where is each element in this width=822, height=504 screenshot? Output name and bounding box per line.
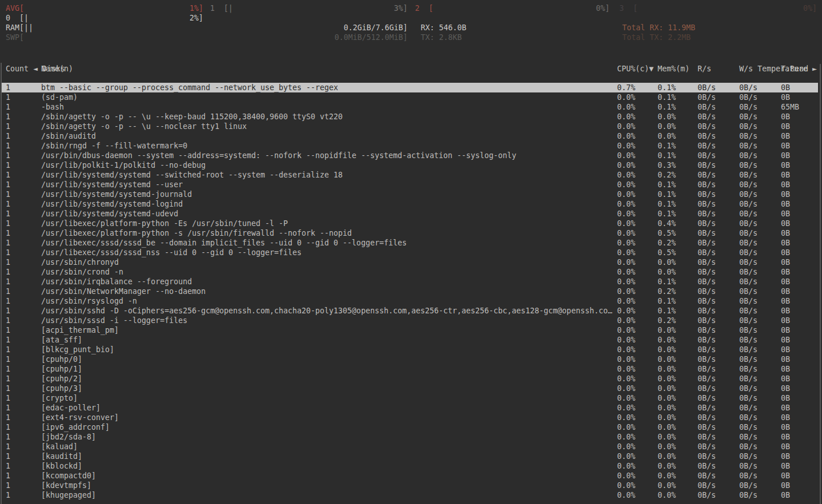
process-total-read: 0B: [781, 481, 790, 490]
nav-next-temperature[interactable]: Temperature ►: [730, 54, 817, 64]
process-write-rate: 0B/s: [739, 490, 757, 500]
process-row[interactable]: 1 /sbin/rngd -f --fill-watermark=0 0.0% …: [1, 141, 818, 151]
process-total-read: 0B: [781, 238, 790, 248]
process-mem-percent: 0.1%: [658, 209, 676, 219]
process-row[interactable]: 1 /usr/lib/systemd/systemd-journald 0.0%…: [1, 189, 818, 199]
process-mem-percent: 0.0%: [658, 384, 676, 393]
process-row[interactable]: 1 [ata_sff] 0.0% 0.0% 0B/s 0B/s 0B: [1, 335, 818, 345]
process-total-read: 0B: [781, 345, 790, 354]
process-row[interactable]: 1 [cpuhp/0] 0.0% 0.0% 0B/s 0B/s 0B: [1, 354, 818, 364]
header-name[interactable]: Name(n): [41, 64, 73, 74]
process-count: 1: [6, 461, 10, 471]
process-row[interactable]: 1 /usr/libexec/sssd/sssd_be --domain imp…: [1, 238, 818, 248]
process-cpu-percent: 0.0%: [617, 102, 635, 112]
header-total-read[interactable]: T.Read: [781, 64, 808, 74]
process-row[interactable]: 1 [ipv6_addrconf] 0.0% 0.0% 0B/s 0B/s 0B: [1, 422, 818, 432]
process-mem-percent: 0.0%: [658, 131, 676, 141]
process-total-read: 0B: [781, 451, 790, 461]
nav-prev-disks[interactable]: ◄ Disks: [6, 54, 65, 64]
header-write-rate[interactable]: W/s: [739, 64, 753, 74]
process-row[interactable]: 1 /usr/sbin/sshd -D -oCiphers=aes256-gcm…: [1, 306, 818, 316]
process-count: 1: [6, 325, 10, 335]
process-row[interactable]: 1 [ext4-rsv-conver] 0.0% 0.0% 0B/s 0B/s …: [1, 413, 818, 422]
process-row[interactable]: 1 [cpuhp/3] 0.0% 0.0% 0B/s 0B/s 0B: [1, 384, 818, 393]
process-row[interactable]: 1 (sd-pam) 0.0% 0.1% 0B/s 0B/s 0B: [1, 92, 818, 102]
process-read-rate: 0B/s: [698, 92, 716, 102]
process-count: 1: [6, 102, 10, 112]
process-mem-percent: 0.0%: [658, 481, 676, 490]
process-read-rate: 0B/s: [698, 335, 716, 345]
process-row[interactable]: 1 /usr/libexec/platform-python -Es /usr/…: [1, 219, 818, 228]
process-row[interactable]: 1 [khugepaged] 0.0% 0.0% 0B/s 0B/s 0B: [1, 490, 818, 500]
process-cpu-percent: 0.0%: [617, 122, 635, 131]
process-count: 1: [6, 287, 10, 296]
process-row[interactable]: 1 [edac-poller] 0.0% 0.0% 0B/s 0B/s 0B: [1, 403, 818, 413]
process-row[interactable]: 1 /usr/lib/polkit-1/polkitd --no-debug 0…: [1, 160, 818, 170]
process-cpu-percent: 0.0%: [617, 461, 635, 471]
process-cpu-percent: 0.0%: [617, 316, 635, 325]
process-row[interactable]: 1 /usr/libexec/platform-python -s /usr/s…: [1, 228, 818, 238]
process-row[interactable]: 1 /usr/lib/systemd/systemd-logind 0.0% 0…: [1, 199, 818, 209]
process-total-read: 0B: [781, 287, 790, 296]
process-row[interactable]: 1 [cpuhp/2] 0.0% 0.0% 0B/s 0B/s 0B: [1, 374, 818, 384]
process-row[interactable]: 1 /usr/lib/systemd/systemd --switched-ro…: [1, 170, 818, 180]
process-read-rate: 0B/s: [698, 393, 716, 403]
process-write-rate: 0B/s: [739, 102, 757, 112]
process-write-rate: 0B/s: [739, 287, 757, 296]
process-row[interactable]: 1 [kcompactd0] 0.0% 0.0% 0B/s 0B/s 0B: [1, 471, 818, 481]
process-row[interactable]: 1 /usr/bin/dbus-daemon --system --addres…: [1, 151, 818, 160]
header-mem[interactable]: Mem%(m): [658, 64, 690, 74]
gauge-open-bracket: [: [224, 3, 228, 13]
process-write-rate: 0B/s: [739, 199, 757, 209]
process-row[interactable]: 1 [kblockd] 0.0% 0.0% 0B/s 0B/s 0B: [1, 461, 818, 471]
process-count: 1: [6, 422, 10, 432]
process-row[interactable]: 1 /sbin/auditd 0.0% 0.0% 0B/s 0B/s 0B: [1, 131, 818, 141]
process-row[interactable]: 1 [jbd2/sda-8] 0.0% 0.0% 0B/s 0B/s 0B: [1, 432, 818, 442]
header-count[interactable]: Count: [6, 64, 29, 74]
process-row[interactable]: 1 /usr/lib/systemd/systemd --user 0.0% 0…: [1, 180, 818, 189]
process-row[interactable]: 1 [blkcg_punt_bio] 0.0% 0.0% 0B/s 0B/s 0…: [1, 345, 818, 354]
process-write-rate: 0B/s: [739, 306, 757, 316]
process-row[interactable]: 1 -bash 0.0% 0.1% 0B/s 0B/s 65MB: [1, 102, 818, 112]
process-row[interactable]: 1 btm --basic --group --process_command …: [1, 83, 818, 92]
header-cpu[interactable]: CPU%(c)▼: [617, 64, 654, 74]
process-row[interactable]: 1 [acpi_thermal_pm] 0.0% 0.0% 0B/s 0B/s …: [1, 325, 818, 335]
process-command: [cpuhp/2]: [41, 374, 82, 384]
process-row[interactable]: 1 /sbin/agetty -o -p -- \u --noclear tty…: [1, 122, 818, 131]
process-read-rate: 0B/s: [698, 209, 716, 219]
process-row[interactable]: 1 [kdevtmpfs] 0.0% 0.0% 0B/s 0B/s 0B: [1, 481, 818, 490]
process-write-rate: 0B/s: [739, 316, 757, 325]
process-cpu-percent: 0.0%: [617, 296, 635, 306]
header-read-rate[interactable]: R/s: [698, 64, 711, 74]
process-command: /usr/libexec/sssd/sssd_nss --uid 0 --gid…: [41, 248, 301, 257]
process-cpu-percent: 0.0%: [617, 451, 635, 461]
process-row[interactable]: 1 [crypto] 0.0% 0.0% 0B/s 0B/s 0B: [1, 393, 818, 403]
process-row[interactable]: 1 /usr/sbin/crond -n 0.0% 0.0% 0B/s 0B/s…: [1, 267, 818, 277]
gauge-open-bracket: [: [633, 3, 638, 13]
cpu-gauge-percent: 0%: [803, 3, 812, 13]
process-row[interactable]: 1 /usr/libexec/sssd/sssd_nss --uid 0 --g…: [1, 248, 818, 257]
table-left-border: [1, 63, 2, 504]
sort-descending-icon: ▼: [649, 64, 654, 73]
process-read-rate: 0B/s: [698, 141, 716, 151]
process-command: (sd-pam): [41, 92, 78, 102]
process-count: 1: [6, 490, 10, 500]
process-row[interactable]: 1 [cpuhp/1] 0.0% 0.0% 0B/s 0B/s 0B: [1, 364, 818, 374]
process-command: /usr/lib/systemd/systemd-journald: [41, 189, 192, 199]
process-mem-percent: 0.0%: [658, 354, 676, 364]
process-row[interactable]: 1 /usr/lib/systemd/systemd-udevd 0.0% 0.…: [1, 209, 818, 219]
process-total-read: 0B: [781, 180, 790, 189]
process-row[interactable]: 1 [kaluad] 0.0% 0.0% 0B/s 0B/s 0B: [1, 442, 818, 451]
process-row[interactable]: 1 /sbin/agetty -o -p -- \u --keep-baud 1…: [1, 112, 818, 122]
process-total-read: 0B: [781, 170, 790, 180]
process-row[interactable]: 1 /usr/sbin/NetworkManager --no-daemon 0…: [1, 287, 818, 296]
process-row[interactable]: 1 /usr/sbin/irqbalance --foreground 0.0%…: [1, 277, 818, 287]
process-row[interactable]: 1 /usr/sbin/sssd -i --logger=files 0.0% …: [1, 316, 818, 325]
process-row[interactable]: 1 /usr/sbin/rsyslogd -n 0.0% 0.1% 0B/s 0…: [1, 296, 818, 306]
process-row[interactable]: 1 /usr/sbin/chronyd 0.0% 0.0% 0B/s 0B/s …: [1, 257, 818, 267]
process-total-read: 0B: [781, 374, 790, 384]
process-mem-percent: 0.1%: [658, 277, 676, 287]
process-count: 1: [6, 364, 10, 374]
process-write-rate: 0B/s: [739, 384, 757, 393]
process-row[interactable]: 1 [kauditd] 0.0% 0.0% 0B/s 0B/s 0B: [1, 451, 818, 461]
